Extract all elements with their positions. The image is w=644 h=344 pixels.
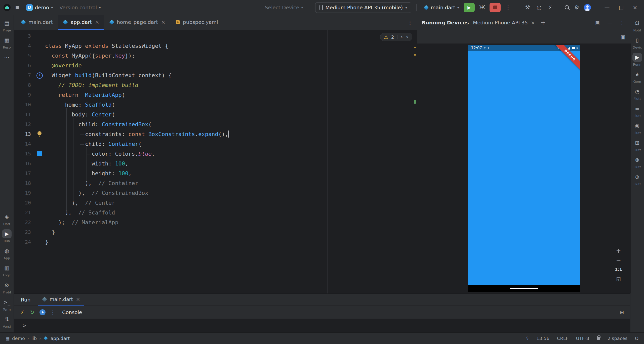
tool-strip-item-run[interactable]: ▶ Run <box>0 228 14 245</box>
code-text[interactable]: body: Center( <box>45 110 115 119</box>
code-line[interactable]: 11 body: Center( <box>14 110 417 119</box>
app-inspection-icon[interactable]: ⚡ <box>546 4 554 11</box>
layout-settings-icon[interactable]: ⊞ <box>618 308 626 316</box>
code-text[interactable]: constraints: const BoxConstraints.expand… <box>45 129 229 139</box>
encoding-widget[interactable]: UTF-8 <box>576 336 589 341</box>
rotate-right-icon[interactable] <box>459 33 467 41</box>
code-text[interactable]: ); // MaterialApp <box>45 218 118 227</box>
editor-options-icon[interactable]: ⋮ <box>406 19 414 27</box>
warning-stripe-mark[interactable] <box>414 47 416 48</box>
code-text[interactable]: const MyApp({super.key}); <box>45 51 135 61</box>
code-line[interactable]: 19 ), // ConstrainedBox <box>14 188 417 198</box>
bulb-gutter-icon[interactable] <box>35 129 45 139</box>
select-device-dropdown[interactable]: Select Device ▾ <box>263 4 305 12</box>
code-text[interactable]: child: ConstrainedBox( <box>45 119 152 129</box>
editor-tab-app-dart[interactable]: app.dart × <box>58 15 104 30</box>
tool-strip-item-app-quality-insights[interactable]: ◍ App <box>0 245 14 262</box>
code-line[interactable]: 14 child: Container( <box>14 139 417 149</box>
breadcrumb-file[interactable]: app.dart <box>51 336 70 341</box>
breadcrumb-project[interactable]: demo <box>12 336 25 341</box>
split-panel-icon[interactable]: ▣ <box>593 20 601 25</box>
tool-strip-item-notifications[interactable]: Ω Notif <box>630 17 644 34</box>
swatch-gutter-icon[interactable] <box>35 149 45 159</box>
breadcrumb-dir[interactable]: lib <box>31 336 37 341</box>
window-close-button[interactable]: × <box>629 5 640 11</box>
code-line[interactable]: 16 width: 100, <box>14 159 417 168</box>
window-maximize-button[interactable]: □ <box>616 5 627 11</box>
code-line[interactable]: 4class MyApp extends StatelessWidget { <box>14 41 417 51</box>
code-text[interactable]: } <box>45 237 48 247</box>
editor-tab-home-page-dart[interactable]: home_page.dart × <box>104 15 170 30</box>
settings-gear-icon[interactable]: ⚙ <box>572 4 581 11</box>
project-switcher[interactable]: D demo ▾ <box>24 3 55 12</box>
vcs-stripe-mark[interactable] <box>414 100 416 104</box>
code-text[interactable]: class MyApp extends StatelessWidget { <box>45 41 168 51</box>
read-only-lock-icon[interactable] <box>597 337 600 340</box>
tool-strip-item-problems[interactable]: ⊘ Probl <box>0 279 14 296</box>
editor-tab-pubspec-yaml[interactable]: pubspec.yaml <box>170 15 223 30</box>
tool-strip-item-device-manager[interactable]: ▯ Devic <box>630 34 644 51</box>
code-line[interactable]: 6 @override <box>14 61 417 70</box>
device-tab[interactable]: Medium Phone API 35 × <box>473 20 535 26</box>
close-icon[interactable]: × <box>95 19 99 25</box>
device-dropdown[interactable]: Medium Phone API 35 (mobile) ▾ <box>315 2 411 13</box>
code-line[interactable]: 13 constraints: const BoxConstraints.exp… <box>14 129 417 139</box>
add-device-tab-icon[interactable]: + <box>539 19 547 26</box>
tool-strip-item-flutter-outline[interactable]: ≡ Flutt <box>630 103 644 120</box>
code-line[interactable]: 22 ); // MaterialApp <box>14 218 417 227</box>
code-text[interactable]: height: 100, <box>45 168 132 178</box>
run-configuration-dropdown[interactable]: main.dart ▾ <box>422 4 461 12</box>
debug-button[interactable]: Ж <box>477 4 487 11</box>
user-avatar[interactable] <box>584 4 591 11</box>
prev-problem-icon[interactable]: ∧ <box>400 35 403 39</box>
back-icon[interactable] <box>478 33 487 41</box>
hide-panel-icon[interactable]: — <box>606 20 614 25</box>
tool-strip-item-flutter-coverage[interactable]: ⊚ Flutt <box>630 154 644 171</box>
code-text[interactable]: ), // Center <box>45 198 115 208</box>
tool-strip-item-terminal[interactable]: >_ Term <box>0 296 14 313</box>
code-line[interactable]: 3 <box>14 31 417 41</box>
code-line[interactable]: 20 ), // Center <box>14 198 417 208</box>
tool-strip-item-running-devices[interactable]: ▶ Runn <box>630 51 644 68</box>
line-ending-widget[interactable]: CRLF <box>557 336 568 341</box>
code-text[interactable]: ), // Container <box>45 178 138 188</box>
code-line[interactable]: 9 return MaterialApp( <box>14 90 417 100</box>
panel-options-icon[interactable]: ⋮ <box>618 20 626 25</box>
notifications-bell-icon[interactable]: Ω <box>635 336 638 341</box>
rotate-left-icon[interactable] <box>449 33 458 41</box>
main-menu-icon[interactable]: ≡ <box>13 4 22 11</box>
tool-strip-item-flutter-deep-links[interactable]: ⊕ Flutt <box>630 171 644 188</box>
code-text[interactable]: home: Scaffold( <box>45 100 115 110</box>
power-icon[interactable] <box>421 33 429 41</box>
stop-button[interactable] <box>490 3 501 12</box>
zoom-in-button[interactable]: + <box>616 248 621 253</box>
build-icon[interactable]: ⚒ <box>523 4 532 11</box>
screenshot-icon[interactable] <box>507 33 515 41</box>
device-screen[interactable]: 12:07 3G <box>468 45 580 292</box>
camera-icon[interactable] <box>516 33 525 41</box>
code-line[interactable]: 8 // TODO: implement build <box>14 80 417 90</box>
more-actions-icon[interactable]: ⋮ <box>503 4 513 11</box>
zoom-ratio-button[interactable]: 1:1 <box>615 267 622 272</box>
tool-strip-item-gemini[interactable]: ★ Gem <box>630 68 644 85</box>
code-line[interactable]: 15 color: Colors.blue, <box>14 149 417 159</box>
home-icon[interactable] <box>488 33 496 41</box>
code-text[interactable]: // TODO: implement build <box>45 80 138 90</box>
code-line[interactable]: 17 height: 100, <box>14 168 417 178</box>
tool-strip-item-flutter-inspector[interactable]: ◔ Flutt <box>630 85 644 103</box>
tool-strip-item-project[interactable]: ▤ Proje <box>0 17 14 34</box>
vcs-widget[interactable]: Version control ▾ <box>57 4 103 12</box>
code-text[interactable]: Widget build(BuildContext context) { <box>45 70 172 80</box>
snapshot-icon[interactable] <box>535 33 544 41</box>
code-text[interactable]: color: Colors.blue, <box>45 149 155 159</box>
indent-widget[interactable]: 2 spaces <box>608 336 627 341</box>
console-output[interactable]: > <box>14 319 630 332</box>
more-options-icon[interactable]: ⋮ <box>49 308 57 316</box>
display-mode-icon[interactable]: ▣ <box>619 33 627 41</box>
search-icon[interactable] <box>564 5 570 10</box>
volume-down-icon[interactable] <box>440 33 448 41</box>
tool-strip-item-flutter-property-editor[interactable]: ⊞ Flutt <box>630 137 644 154</box>
gesture-pill[interactable] <box>510 288 538 289</box>
tool-strip-item-version-control[interactable]: ⇅ Versi <box>0 313 14 330</box>
more-icon[interactable] <box>554 33 563 41</box>
